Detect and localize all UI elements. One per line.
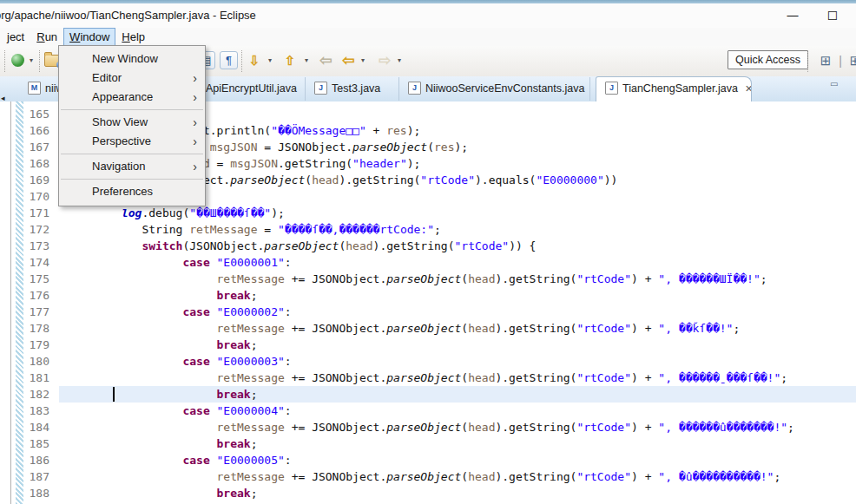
string-token: ", ������ˍ���ſ��!" [658, 371, 780, 384]
keyword-token: break [217, 388, 251, 401]
menu-item-perspective[interactable]: Perspective› [59, 132, 205, 151]
variable-token: msgJSON [230, 157, 278, 170]
run-button[interactable] [10, 52, 25, 69]
code-token: ( [461, 272, 468, 285]
open-perspective-button[interactable]: ⊞ [817, 52, 834, 69]
last-edit-location-button[interactable]: ⇦ [316, 52, 335, 69]
back-button[interactable]: ⇦ [339, 52, 358, 69]
line-number: 167 [23, 139, 57, 155]
text-cursor [113, 387, 115, 402]
code-line[interactable]: break; [59, 287, 856, 304]
forward-caret[interactable]: ▾ [395, 52, 404, 69]
code-token: = JSONObject. [258, 141, 353, 154]
code-token: )) [604, 173, 618, 187]
variable-token: head [312, 173, 339, 187]
minimize-button[interactable]: — [780, 6, 806, 25]
menu-item-new-window[interactable]: New Window [59, 49, 205, 69]
code-token: += JSONObject. [285, 272, 386, 285]
menubar-item-project[interactable]: ject [1, 28, 30, 46]
previous-annotation-caret[interactable]: ▾ [302, 52, 311, 69]
forward-button[interactable]: ⇨ [375, 52, 394, 69]
menu-item-label: Appearance [92, 90, 153, 103]
code-line[interactable]: case "E0000004": [59, 403, 856, 419]
title-bar: org/apache/niiwoo/TianChengSampler.java … [0, 3, 856, 28]
submenu-arrow-icon: › [193, 113, 197, 132]
code-token: ; [251, 289, 258, 302]
show-whitespace-toggle[interactable]: ¶ [220, 51, 238, 69]
code-line[interactable]: retMessage += JSONObject.parseObject(hea… [59, 370, 856, 386]
code-token: ( [461, 322, 468, 335]
menubar-item-window[interactable]: Window [63, 28, 115, 46]
menu-item-label: Preferences [92, 185, 153, 198]
code-line[interactable]: break; [59, 435, 856, 452]
menubar-item-run[interactable]: Run [30, 28, 63, 46]
method-token: parseObject [352, 141, 427, 154]
back-caret[interactable]: ▾ [359, 52, 367, 69]
menu-item-editor[interactable]: Editor› [59, 69, 205, 88]
next-annotation-caret[interactable]: ▾ [266, 52, 274, 69]
menu-item-show-view[interactable]: Show View› [59, 113, 205, 132]
line-number: 170 [23, 188, 57, 205]
code-line[interactable]: case "E0000005": [59, 452, 856, 468]
code-line[interactable]: String retMessage = "����ſ��,������rtCod… [59, 221, 856, 238]
code-token: ).getString( [495, 371, 576, 384]
tab-label: Test3.java [332, 82, 380, 95]
code-line[interactable]: log.debug("��Ш����ſ��"); [59, 205, 856, 221]
string-token: "E0000001" [217, 256, 285, 269]
keyword-token: case [182, 256, 209, 269]
line-number: 185 [23, 435, 57, 452]
code-line[interactable]: case "E0000002": [59, 304, 856, 320]
submenu-arrow-icon: › [193, 88, 197, 107]
string-token: "rtCode" [576, 470, 631, 483]
code-token: .debug( [142, 206, 189, 219]
code-line[interactable]: retMessage += JSONObject.parseObject(hea… [59, 271, 856, 287]
code-line[interactable]: retMessage += JSONObject.parseObject(hea… [59, 468, 856, 485]
keyword-token: break [217, 289, 251, 302]
code-line[interactable]: case "E0000001": [59, 254, 856, 271]
close-tab-icon[interactable]: ✕ [745, 77, 752, 101]
tab-tianchengsampler-java[interactable]: JTianChengSampler.java✕ [596, 76, 752, 101]
left-trim-bar [0, 101, 11, 504]
menu-divider [61, 179, 203, 180]
quick-access-button[interactable]: Quick Access [728, 50, 808, 69]
toolbar-separator [241, 50, 242, 72]
code-token: ) + [631, 322, 658, 335]
code-token: ) + [631, 371, 658, 384]
tab-niiwooserviceenvconstants-java[interactable]: JNiiwooServiceEnvConstants.java [399, 77, 590, 101]
code-token: .getString( [278, 157, 352, 170]
next-annotation-button[interactable]: ⇩ [246, 52, 263, 69]
maven-file-icon: M [28, 82, 41, 95]
code-line[interactable]: retMessage += JSONObject.parseObject(hea… [59, 320, 856, 337]
code-token [81, 437, 217, 450]
code-token [81, 322, 217, 335]
code-token: ; [780, 371, 787, 384]
menubar-item-help[interactable]: Help [115, 28, 151, 46]
variable-token: retMessage [217, 421, 285, 434]
tab-test3-java[interactable]: JTest3.java [306, 77, 399, 101]
code-token: ; [434, 223, 441, 236]
run-dropdown-caret[interactable]: ▾ [27, 52, 36, 69]
code-line[interactable]: break; [59, 386, 856, 403]
line-number: 166 [23, 122, 57, 139]
variable-token: retMessage [189, 223, 257, 236]
menu-item-navigation[interactable]: Navigation› [59, 157, 205, 176]
variable-token: res [434, 141, 454, 154]
java-file-icon: J [408, 82, 421, 95]
menu-item-preferences[interactable]: Preferences [59, 182, 205, 201]
previous-annotation-button[interactable]: ⇧ [281, 52, 299, 69]
code-line[interactable]: case "E0000003": [59, 353, 856, 370]
menu-item-label: New Window [92, 52, 158, 65]
menu-item-appearance[interactable]: Appearance› [59, 88, 205, 107]
code-line[interactable]: retMessage += JSONObject.parseObject(hea… [59, 419, 856, 435]
code-line[interactable]: break; [59, 485, 856, 501]
view-menu-icon[interactable]: ▭ [830, 79, 838, 88]
maximize-button[interactable]: ☐ [820, 6, 846, 25]
line-number: 179 [23, 337, 57, 353]
code-line[interactable]: break; [59, 337, 856, 353]
window-menu-dropdown: New WindowEditor›Appearance›Show View›Pe… [58, 45, 206, 206]
line-number: 182 [23, 386, 57, 403]
code-line[interactable]: switch(JSONObject.parseObject(head).getS… [59, 238, 856, 254]
restore-view-icon[interactable]: ◂ [1, 94, 5, 102]
line-number-ruler[interactable]: 1651661671681691701711721731741751761771… [23, 106, 57, 501]
java-perspective-button[interactable]: ⊞ [846, 52, 856, 69]
